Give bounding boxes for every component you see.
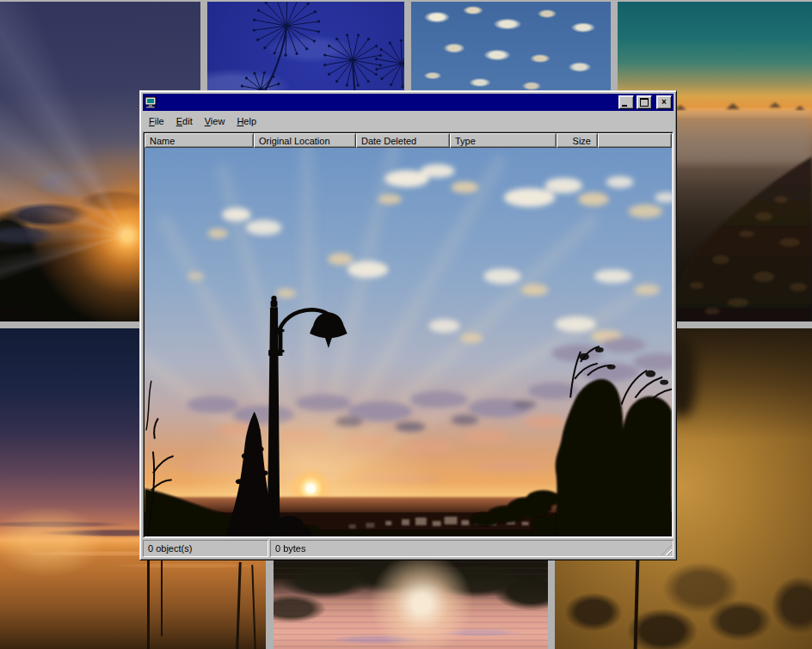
status-size-panel: 0 bytes <box>270 540 674 557</box>
file-list-view[interactable] <box>145 148 672 536</box>
status-objects-panel: 0 object(s) <box>143 540 268 557</box>
maximize-icon <box>640 98 649 107</box>
water-pole <box>161 559 163 636</box>
status-bar: 0 object(s) 0 bytes <box>143 540 674 557</box>
sunset-photo <box>145 148 672 536</box>
title-bar[interactable]: × <box>143 94 674 111</box>
menu-item-file[interactable]: File <box>143 113 170 129</box>
recycle-bin-window: × FileEditViewHelp NameOriginal Location… <box>139 90 677 560</box>
menu-bar: FileEditViewHelp <box>143 111 674 132</box>
sun <box>305 483 316 493</box>
resize-grip[interactable] <box>661 545 672 555</box>
column-header-type[interactable]: Type <box>450 133 557 148</box>
close-button[interactable]: × <box>656 95 672 109</box>
minimize-button[interactable] <box>618 95 634 109</box>
maximize-button[interactable] <box>637 95 652 109</box>
list-client-area: NameOriginal LocationDate DeletedTypeSiz… <box>143 132 674 538</box>
column-header-date-deleted[interactable]: Date Deleted <box>356 133 450 148</box>
desktop: { "desktop": { "wallpaper_tiles": [ "sun… <box>0 0 812 649</box>
menu-item-view[interactable]: View <box>199 113 231 129</box>
menu-item-help[interactable]: Help <box>231 113 262 129</box>
column-header-name[interactable]: Name <box>145 133 254 148</box>
column-header-original-location[interactable]: Original Location <box>254 133 356 148</box>
status-objects-text: 0 object(s) <box>148 543 192 554</box>
column-header-filler <box>598 133 672 148</box>
water-pole <box>236 562 242 649</box>
column-header-size[interactable]: Size <box>557 133 598 148</box>
thin-pole <box>634 559 640 649</box>
status-size-text: 0 bytes <box>275 543 305 554</box>
water-pole <box>147 557 150 649</box>
minimize-icon <box>622 105 627 107</box>
water-pole <box>251 565 255 649</box>
computer-icon <box>145 96 157 108</box>
menu-item-edit[interactable]: Edit <box>170 113 199 129</box>
column-header-row: NameOriginal LocationDate DeletedTypeSiz… <box>145 133 672 148</box>
close-icon: × <box>661 98 667 107</box>
